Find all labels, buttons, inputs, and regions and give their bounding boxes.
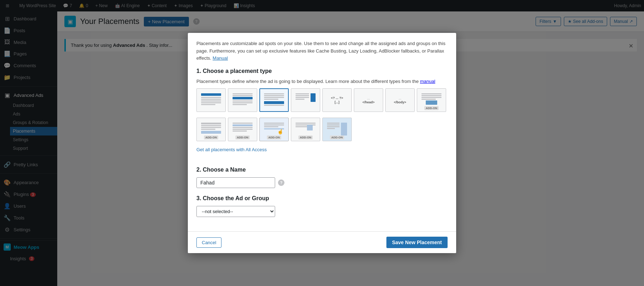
svg-rect-35 — [233, 127, 253, 128]
svg-rect-0 — [201, 93, 221, 96]
svg-rect-39 — [264, 124, 284, 125]
placement-type-after-content[interactable] — [259, 88, 289, 112]
placement-type-addon3[interactable]: ☝ ADD-ON — [259, 118, 289, 141]
before-body-icon: ... </body> — [387, 90, 413, 110]
cancel-button[interactable]: Cancel — [196, 237, 221, 248]
svg-rect-9 — [233, 100, 253, 102]
svg-rect-28 — [201, 123, 221, 124]
save-placement-button[interactable]: Save New Placement — [386, 237, 448, 248]
step3-heading: 3. Choose the Ad or Group — [196, 195, 448, 202]
modal-overlay: Placements are customizable ad spots on … — [0, 0, 644, 286]
placement-type-before-body[interactable]: ... </body> — [385, 88, 415, 112]
shortcode-icon: <? ... ?> [...] — [324, 90, 350, 110]
svg-rect-24 — [421, 95, 441, 96]
svg-rect-13 — [264, 95, 284, 96]
svg-rect-16 — [264, 101, 284, 104]
svg-rect-36 — [233, 129, 253, 130]
svg-rect-21 — [296, 99, 304, 100]
get-all-placements-link[interactable]: Get all placements with All Access — [196, 147, 267, 152]
svg-rect-17 — [264, 105, 284, 106]
placement-type-grid: <? ... ?> [...] ... </head> — [196, 88, 448, 112]
placement-type-addon5[interactable]: ADD-ON — [322, 118, 352, 141]
svg-rect-6 — [233, 93, 253, 94]
svg-rect-25 — [421, 97, 441, 98]
placement-type-sidebar[interactable] — [291, 88, 320, 112]
svg-rect-48 — [327, 126, 340, 127]
svg-rect-14 — [264, 97, 284, 98]
placement-type-addon4[interactable]: ADD-ON — [291, 118, 320, 141]
placement-type-overlay[interactable]: ADD-ON — [417, 88, 446, 112]
placement-name-input[interactable] — [196, 177, 275, 188]
svg-rect-3 — [201, 100, 221, 102]
step1-heading: 1. Choose a placement type — [196, 68, 448, 74]
modal-description: Placements are customizable ad spots on … — [196, 40, 448, 62]
svg-rect-37 — [233, 130, 247, 132]
sidebar-placement-icon — [293, 90, 318, 110]
modal-scroll-area: Placements are customizable ad spots on … — [188, 33, 456, 231]
svg-rect-47 — [327, 124, 340, 125]
manual-link-2[interactable]: manual — [420, 79, 435, 84]
svg-rect-4 — [201, 102, 221, 103]
placement-type-before-content[interactable] — [196, 88, 226, 112]
svg-rect-12 — [264, 93, 284, 94]
svg-rect-11 — [233, 104, 247, 105]
svg-rect-1 — [201, 97, 221, 98]
placement-addon-grid: ADD-ON ADD-ON — [196, 118, 448, 141]
svg-rect-27 — [426, 100, 437, 105]
svg-rect-22 — [311, 93, 316, 102]
svg-rect-8 — [233, 97, 253, 99]
svg-rect-2 — [201, 99, 221, 100]
svg-rect-32 — [201, 131, 221, 134]
svg-rect-42 — [296, 123, 316, 124]
name-help-icon[interactable]: ? — [278, 179, 284, 186]
svg-rect-10 — [233, 102, 253, 103]
svg-rect-30 — [201, 127, 221, 128]
before-content-icon — [198, 90, 224, 110]
svg-rect-20 — [296, 97, 309, 98]
svg-rect-23 — [421, 93, 441, 94]
svg-rect-26 — [421, 99, 436, 100]
placement-type-shortcode[interactable]: <? ... ?> [...] — [322, 88, 352, 112]
placement-type-addon1[interactable]: ADD-ON — [196, 118, 226, 141]
svg-rect-33 — [233, 123, 253, 124]
after-content-icon — [262, 90, 287, 110]
svg-rect-5 — [201, 104, 215, 105]
ad-group-select[interactable]: --not selected-- — [196, 206, 275, 217]
placement-type-before-head[interactable]: ... </head> — [354, 88, 383, 112]
svg-rect-7 — [233, 95, 253, 96]
addon2-badge: ADD-ON — [235, 135, 250, 139]
step2-section: 2. Choose a Name ? — [196, 167, 448, 188]
svg-rect-15 — [264, 99, 278, 100]
step1-desc: Placement types define where the ad is g… — [196, 79, 448, 84]
svg-rect-40 — [264, 126, 278, 127]
addon4-badge: ADD-ON — [298, 135, 313, 139]
svg-rect-19 — [296, 95, 309, 96]
addon1-badge: ADD-ON — [204, 135, 218, 139]
svg-rect-46 — [327, 123, 340, 124]
cursor-indicator: ☝ — [277, 129, 283, 134]
svg-rect-29 — [201, 125, 221, 126]
step2-heading: 2. Choose a Name — [196, 167, 448, 173]
manual-link[interactable]: Manual — [213, 55, 228, 61]
before-head-icon: ... </head> — [356, 90, 381, 110]
modal: Placements are customizable ad spots on … — [188, 33, 456, 253]
placement-type-between-content[interactable] — [228, 88, 257, 112]
overlay-addon-badge: ADD-ON — [424, 106, 439, 110]
modal-footer: Cancel Save New Placement — [188, 231, 456, 253]
step3-section: 3. Choose the Ad or Group --not selected… — [196, 195, 448, 217]
step1-section: 1. Choose a placement type Placement typ… — [196, 68, 448, 159]
svg-rect-45 — [307, 125, 313, 130]
addon5-badge: ADD-ON — [330, 135, 344, 139]
svg-rect-18 — [296, 93, 309, 94]
svg-rect-34 — [233, 124, 253, 126]
addon3-badge: ADD-ON — [267, 135, 281, 139]
svg-rect-38 — [264, 123, 284, 124]
between-content-icon — [230, 90, 255, 110]
svg-rect-50 — [341, 123, 347, 135]
placement-type-addon2[interactable]: ADD-ON — [228, 118, 257, 141]
svg-rect-49 — [327, 128, 335, 129]
svg-rect-31 — [201, 129, 215, 130]
